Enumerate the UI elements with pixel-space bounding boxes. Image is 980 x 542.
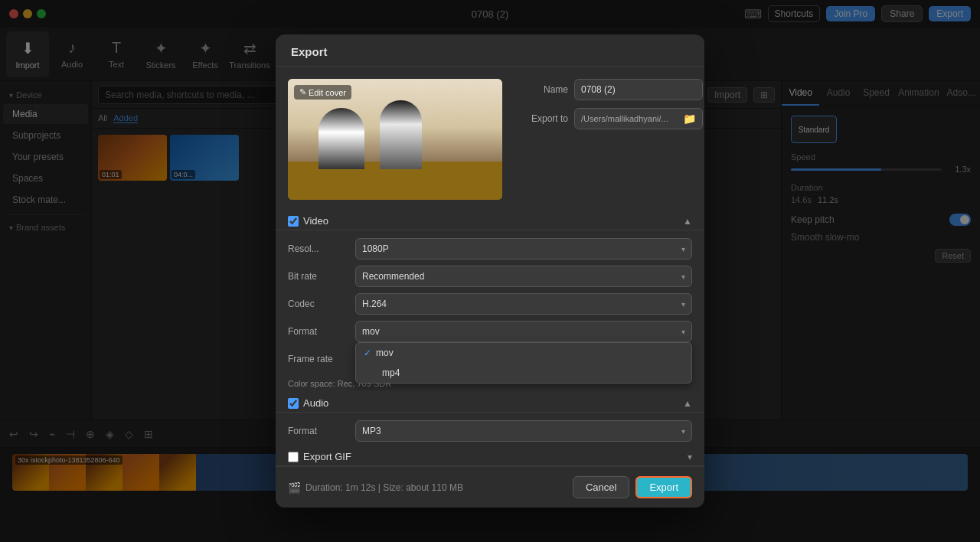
- gif-section-chevron[interactable]: ▾: [688, 452, 692, 462]
- edit-cover-label: Edit cover: [309, 88, 346, 97]
- footer-info: 🎬 Duration: 1m 12s | Size: about 110 MB: [288, 482, 463, 494]
- export-to-label: Export to: [514, 113, 568, 124]
- format-arrow-icon: ▾: [681, 328, 685, 336]
- gif-section-header: Export GIF ▾: [276, 448, 704, 466]
- codec-row: Codec H.264 ▾: [288, 293, 692, 315]
- format-option-mp4[interactable]: mp4: [356, 363, 691, 383]
- export-title: Export: [291, 45, 328, 58]
- audio-checkbox[interactable]: [288, 398, 299, 409]
- export-preview: ✎ Edit cover: [288, 79, 502, 200]
- audio-format-label: Format: [288, 426, 349, 436]
- format-option-mp4-label: mp4: [382, 367, 400, 378]
- format-label: Format: [288, 326, 349, 337]
- codec-select-wrapper: H.264 ▾: [355, 293, 692, 315]
- export-fields: Name Export to /Users/mallikadhyani/... …: [514, 79, 703, 200]
- codec-select[interactable]: H.264 ▾: [355, 293, 692, 315]
- export-dialog-header: Export: [276, 34, 704, 67]
- audio-section-header: Audio ▲: [276, 394, 704, 413]
- gif-checkbox[interactable]: [288, 452, 299, 462]
- preview-image: ✎ Edit cover: [288, 79, 502, 200]
- name-field-row: Name: [514, 79, 703, 100]
- export-body: ✎ Edit cover Name Export to /Users/ma: [276, 67, 704, 212]
- format-dropdown: ✓ mov mp4: [355, 342, 692, 384]
- bitrate-value: Recommended: [362, 271, 424, 282]
- export-to-row: Export to /Users/mallikadhyani/... 📁: [514, 108, 703, 129]
- modal-overlay: Export ✎ Edit cover: [0, 0, 980, 542]
- cancel-button[interactable]: Cancel: [573, 476, 629, 498]
- export-path-field[interactable]: /Users/mallikadhyani/... 📁: [574, 108, 703, 129]
- video-section-header: Video ▲: [276, 212, 704, 230]
- export-footer: 🎬 Duration: 1m 12s | Size: about 110 MB …: [276, 466, 704, 508]
- name-input[interactable]: [574, 79, 703, 100]
- audio-format-row: Format MP3 ▾: [288, 420, 692, 442]
- bitrate-row: Bit rate Recommended ▾: [288, 266, 692, 287]
- resolution-row: Resol... 1080P ▾: [288, 238, 692, 260]
- video-section-title: Video: [303, 215, 328, 227]
- audio-format-value: MP3: [362, 426, 381, 436]
- bitrate-select[interactable]: Recommended ▾: [355, 266, 692, 287]
- resolution-select[interactable]: 1080P ▾: [355, 238, 692, 260]
- format-value: mov: [362, 326, 380, 337]
- audio-format-wrapper: MP3 ▾: [355, 420, 692, 442]
- audio-format-select[interactable]: MP3 ▾: [355, 420, 692, 442]
- footer-actions: Cancel Export: [573, 476, 692, 498]
- format-check-icon: ✓: [364, 348, 371, 358]
- export-button[interactable]: Export: [635, 476, 692, 498]
- name-label: Name: [514, 84, 568, 95]
- footer-duration-text: Duration: 1m 12s | Size: about 110 MB: [305, 482, 463, 493]
- bitrate-select-wrapper: Recommended ▾: [355, 266, 692, 287]
- format-select[interactable]: mov ▾: [355, 321, 692, 342]
- video-settings: Resol... 1080P ▾ Bit rate Recommended: [276, 230, 704, 391]
- format-option-mov-label: mov: [376, 348, 394, 358]
- gif-section-title: Export GIF: [303, 451, 351, 462]
- resolution-arrow-icon: ▾: [681, 245, 685, 253]
- preview-person2: [380, 100, 422, 169]
- export-path-text: /Users/mallikadhyani/...: [581, 114, 668, 123]
- format-select-wrapper: mov ▾ ✓ mov mp4: [355, 321, 692, 342]
- video-checkbox[interactable]: [288, 216, 299, 227]
- audio-section-chevron[interactable]: ▲: [683, 398, 692, 409]
- bitrate-label: Bit rate: [288, 271, 349, 282]
- video-section-chevron[interactable]: ▲: [683, 216, 692, 227]
- codec-value: H.264: [362, 299, 387, 309]
- format-option-mov[interactable]: ✓ mov: [356, 343, 691, 363]
- audio-settings: Format MP3 ▾: [276, 413, 704, 442]
- film-icon: 🎬: [288, 482, 301, 494]
- codec-label: Codec: [288, 299, 349, 309]
- audio-section-title: Audio: [303, 397, 328, 409]
- resolution-select-wrapper: 1080P ▾: [355, 238, 692, 260]
- codec-arrow-icon: ▾: [681, 300, 685, 309]
- folder-browse-button[interactable]: 📁: [683, 113, 696, 125]
- export-dialog-scroll: ✎ Edit cover Name Export to /Users/ma: [276, 67, 704, 466]
- bitrate-arrow-icon: ▾: [681, 273, 685, 281]
- framerate-label: Frame rate: [288, 354, 349, 364]
- preview-person1: [318, 108, 364, 169]
- resolution-value: 1080P: [362, 243, 389, 254]
- resolution-label: Resol...: [288, 243, 349, 254]
- audio-format-arrow-icon: ▾: [681, 427, 685, 436]
- edit-cover-icon: ✎: [299, 87, 306, 97]
- edit-cover-button[interactable]: ✎ Edit cover: [294, 85, 351, 100]
- export-dialog: Export ✎ Edit cover: [276, 34, 704, 508]
- format-row: Format mov ▾ ✓ mov: [288, 321, 692, 342]
